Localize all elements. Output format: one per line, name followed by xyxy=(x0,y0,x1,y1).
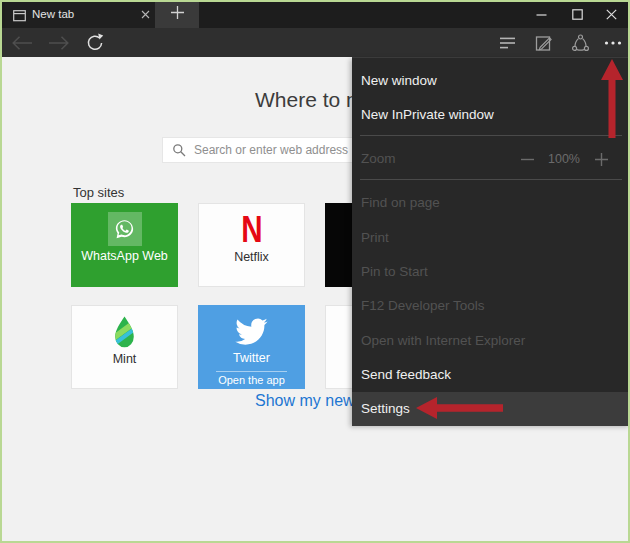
refresh-icon[interactable] xyxy=(84,32,106,54)
zoom-label: Zoom xyxy=(361,142,396,176)
menu-item-print: Print xyxy=(352,221,630,255)
search-placeholder: Search or enter web address xyxy=(194,143,348,157)
back-icon[interactable] xyxy=(11,32,33,54)
tab-title: New tab xyxy=(32,0,74,28)
search-icon xyxy=(172,143,186,157)
plus-icon xyxy=(170,5,185,24)
new-tab-button[interactable] xyxy=(155,0,199,28)
menu-item-new-window[interactable]: New window xyxy=(352,64,630,98)
tab-close-icon[interactable] xyxy=(136,5,154,23)
menu-item-new-inprivate-window[interactable]: New InPrivate window xyxy=(352,98,630,132)
zoom-in-icon[interactable] xyxy=(590,142,612,176)
more-menu: New window New InPrivate window Zoom 100… xyxy=(352,57,630,425)
tab-new-tab[interactable]: New tab xyxy=(5,0,155,28)
twitter-icon xyxy=(198,313,305,349)
more-button[interactable] xyxy=(602,32,624,54)
tab-page-icon xyxy=(13,8,26,26)
menu-item-open-with-internet-explorer: Open with Internet Explorer xyxy=(352,324,630,358)
tile-label: Twitter xyxy=(198,351,305,365)
menu-item-f12-developer-tools: F12 Developer Tools xyxy=(352,289,630,323)
share-icon[interactable] xyxy=(569,32,591,54)
tile-divider xyxy=(216,371,287,372)
whatsapp-icon xyxy=(71,211,178,247)
tile-label: Mint xyxy=(72,352,177,366)
close-button[interactable] xyxy=(594,0,628,28)
netflix-icon: N xyxy=(199,212,304,248)
top-site-tile-twitter[interactable]: Twitter Open the app xyxy=(198,305,305,389)
tile-label: Netflix xyxy=(199,250,304,264)
top-site-tile-netflix[interactable]: N Netflix xyxy=(198,203,305,287)
zoom-value: 100% xyxy=(548,142,580,176)
menu-item-pin-to-start: Pin to Start xyxy=(352,255,630,289)
menu-item-send-feedback[interactable]: Send feedback xyxy=(352,358,630,392)
menu-separator xyxy=(360,135,622,136)
open-the-app-link[interactable]: Open the app xyxy=(198,374,305,386)
menu-item-settings[interactable]: Settings xyxy=(352,392,630,426)
menu-separator xyxy=(360,179,622,180)
zoom-out-icon[interactable] xyxy=(516,142,538,176)
maximize-button[interactable] xyxy=(560,0,594,28)
navigation-toolbar xyxy=(0,28,630,57)
web-note-icon[interactable] xyxy=(533,32,555,54)
menu-item-zoom: Zoom 100% xyxy=(352,142,630,176)
forward-icon[interactable] xyxy=(48,32,70,54)
mint-icon xyxy=(72,314,177,350)
menu-item-find-on-page: Find on page xyxy=(352,186,630,220)
top-site-tile-whatsapp[interactable]: WhatsApp Web xyxy=(71,203,178,287)
titlebar: New tab xyxy=(0,0,630,28)
tile-label: WhatsApp Web xyxy=(71,249,178,263)
top-site-tile-mint[interactable]: Mint xyxy=(71,305,178,389)
top-sites-heading: Top sites xyxy=(73,185,124,200)
edge-browser-window: New tab xyxy=(0,0,630,543)
minimize-button[interactable] xyxy=(524,0,558,28)
hub-icon[interactable] xyxy=(497,32,519,54)
